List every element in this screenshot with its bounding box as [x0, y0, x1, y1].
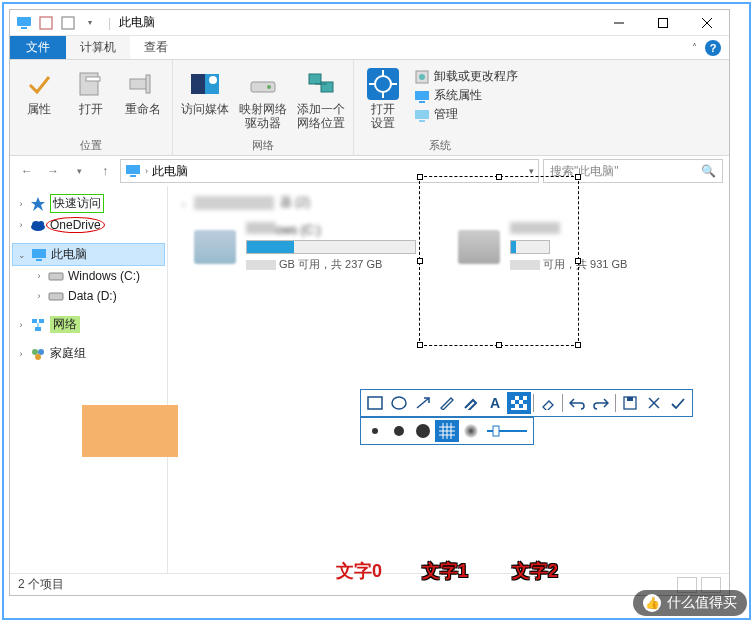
undo-button[interactable]	[565, 392, 589, 414]
svg-rect-55	[515, 400, 519, 404]
svg-marker-34	[31, 197, 45, 211]
svg-point-50	[392, 397, 406, 409]
nav-onedrive[interactable]: › OneDrive	[12, 215, 165, 235]
svg-rect-58	[519, 404, 523, 408]
tool-text[interactable]: A	[483, 392, 507, 414]
open-settings-button[interactable]: 打开 设置	[362, 64, 404, 136]
tool-marker[interactable]	[459, 392, 483, 414]
svg-line-51	[417, 398, 429, 408]
properties-button[interactable]: 属性	[18, 64, 60, 136]
close-button[interactable]	[685, 10, 729, 36]
svg-rect-38	[32, 249, 46, 258]
svg-rect-0	[17, 17, 31, 26]
tool-arrow[interactable]	[411, 392, 435, 414]
tool-mosaic[interactable]	[507, 392, 531, 414]
homegroup-icon	[30, 346, 46, 362]
svg-rect-3	[62, 17, 74, 29]
annotation-toolbar: A	[360, 389, 693, 417]
svg-rect-2	[40, 17, 52, 29]
qat-item[interactable]	[38, 15, 54, 31]
manage-button[interactable]: 管理	[414, 106, 518, 123]
map-drive-button[interactable]: 映射网络 驱动器	[239, 64, 287, 136]
size-medium[interactable]	[387, 420, 411, 442]
pc-icon	[125, 163, 141, 179]
cancel-button[interactable]	[642, 392, 666, 414]
add-network-location-button[interactable]: 添加一个 网络位置	[297, 64, 345, 136]
nav-data-d[interactable]: › Data (D:)	[12, 286, 165, 306]
annotation-size-bar	[360, 417, 534, 445]
tab-view[interactable]: 查看	[130, 36, 182, 59]
nav-pane: › 快速访问 › OneDrive ⌄ 此电脑 ›	[10, 186, 168, 573]
svg-rect-41	[49, 293, 63, 300]
nav-quick-access[interactable]: › 快速访问	[12, 192, 165, 215]
svg-rect-54	[519, 396, 523, 400]
maximize-button[interactable]	[641, 10, 685, 36]
sample-text-1: 文字1	[422, 559, 468, 583]
size-slider[interactable]	[483, 420, 531, 442]
help-icon[interactable]: ?	[705, 40, 721, 56]
svg-rect-56	[523, 400, 527, 404]
uninstall-programs-button[interactable]: 卸载或更改程序	[414, 68, 518, 85]
nav-network[interactable]: › 网络	[12, 314, 165, 335]
collapse-ribbon-icon[interactable]: ˄	[692, 42, 697, 53]
network-icon	[30, 317, 46, 333]
up-button[interactable]: ↑	[94, 160, 116, 182]
tab-computer[interactable]: 计算机	[66, 36, 130, 59]
qat-dropdown[interactable]: ▾	[82, 15, 98, 31]
recent-dropdown[interactable]: ▾	[68, 160, 90, 182]
blur-style[interactable]	[459, 420, 483, 442]
item-count: 2 个项目	[18, 576, 64, 593]
minimize-button[interactable]	[597, 10, 641, 36]
access-media-button[interactable]: 访问媒体	[181, 64, 229, 136]
star-icon	[30, 196, 46, 212]
tool-rect[interactable]	[363, 392, 387, 414]
confirm-button[interactable]	[666, 392, 690, 414]
nav-this-pc[interactable]: ⌄ 此电脑	[12, 243, 165, 266]
open-button[interactable]: 打开	[70, 64, 112, 136]
svg-rect-31	[419, 120, 425, 122]
size-large[interactable]	[411, 420, 435, 442]
system-properties-button[interactable]: 系统属性	[414, 87, 518, 104]
qat-item[interactable]	[60, 15, 76, 31]
svg-rect-33	[130, 175, 136, 177]
svg-point-27	[419, 74, 425, 80]
titlebar: ▾ | 此电脑	[10, 10, 729, 36]
tool-pen[interactable]	[435, 392, 459, 414]
svg-rect-53	[511, 396, 515, 400]
nav-homegroup[interactable]: › 家庭组	[12, 343, 165, 364]
back-button[interactable]: ←	[16, 160, 38, 182]
mosaic-style[interactable]	[435, 420, 459, 442]
drive-c[interactable]: ows (C:) GB 可用，共 237 GB	[194, 222, 416, 272]
svg-rect-1	[21, 27, 27, 29]
svg-point-70	[464, 424, 478, 438]
nav-label: OneDrive	[50, 218, 101, 232]
svg-point-14	[209, 76, 217, 84]
rename-button[interactable]: 重命名	[122, 64, 164, 136]
thumb-icon: 👍	[643, 594, 661, 612]
svg-point-46	[32, 349, 38, 355]
svg-rect-39	[36, 259, 42, 261]
drive-icon	[48, 268, 64, 284]
breadcrumb[interactable]: 此电脑	[152, 163, 188, 180]
nav-label: 网络	[50, 316, 80, 333]
drive-icon	[48, 288, 64, 304]
nav-windows-c[interactable]: › Windows (C:)	[12, 266, 165, 286]
ribbon: 属性 打开 重命名 位置 访问媒体	[10, 60, 729, 156]
forward-button[interactable]: →	[42, 160, 64, 182]
svg-rect-10	[130, 79, 148, 89]
pc-icon	[31, 247, 47, 263]
svg-rect-12	[191, 74, 205, 94]
redo-button[interactable]	[589, 392, 613, 414]
svg-point-37	[38, 221, 44, 227]
save-button[interactable]	[618, 392, 642, 414]
ribbon-tabs: 文件 计算机 查看 ˄ ?	[10, 36, 729, 60]
selection-rectangle[interactable]	[419, 176, 579, 346]
tab-file[interactable]: 文件	[10, 36, 66, 59]
explorer-window: ▾ | 此电脑 文件 计算机 查看 ˄ ?	[9, 9, 730, 596]
svg-rect-40	[49, 273, 63, 280]
tool-eraser[interactable]	[536, 392, 560, 414]
tool-ellipse[interactable]	[387, 392, 411, 414]
cloud-icon	[30, 217, 46, 233]
svg-rect-9	[86, 77, 100, 81]
size-small[interactable]	[363, 420, 387, 442]
